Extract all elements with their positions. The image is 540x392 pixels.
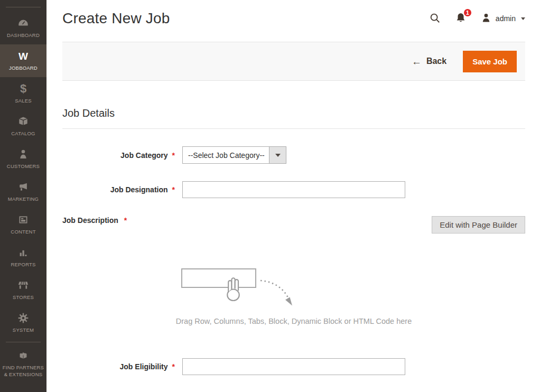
form-content: Job Details Job Category * --Select Job … bbox=[46, 81, 540, 375]
job-category-selected-value: --Select Job Category-- bbox=[183, 147, 269, 163]
sidebar-divider bbox=[6, 7, 41, 7]
back-arrow-icon: ← bbox=[412, 57, 422, 67]
back-button[interactable]: ← Back bbox=[412, 57, 446, 67]
job-designation-label: Job Designation bbox=[110, 185, 168, 194]
chevron-down-icon bbox=[521, 17, 525, 20]
save-job-button[interactable]: Save Job bbox=[463, 51, 517, 72]
section-divider bbox=[62, 128, 525, 129]
page-builder-hint: Drag Row, Columns, Tabs, Block, Dynamic … bbox=[62, 317, 525, 325]
admin-sidebar: DASHBOARD W JOBBOARD $ SALES CATALOG CUS… bbox=[0, 0, 46, 392]
page-title: Create New Job bbox=[62, 10, 170, 27]
drag-arrow-icon bbox=[259, 277, 297, 309]
jobboard-icon: W bbox=[18, 50, 28, 62]
section-title: Job Details bbox=[62, 107, 525, 119]
account-username: admin bbox=[496, 14, 516, 23]
job-description-label-cell: Job Description * bbox=[62, 216, 127, 225]
sidebar-item-dashboard[interactable]: DASHBOARD bbox=[0, 12, 46, 44]
customers-icon bbox=[17, 148, 29, 161]
back-label: Back bbox=[426, 57, 446, 66]
dashboard-icon bbox=[17, 17, 29, 30]
job-designation-label-cell: Job Designation * bbox=[62, 185, 182, 194]
required-asterisk: * bbox=[172, 151, 175, 160]
drag-hand-icon bbox=[221, 275, 246, 306]
page-header: Create New Job 1 admin bbox=[46, 0, 540, 37]
job-designation-input[interactable] bbox=[182, 181, 405, 198]
sidebar-item-system[interactable]: SYSTEM bbox=[0, 306, 46, 339]
job-category-select[interactable]: --Select Job Category-- bbox=[182, 146, 286, 164]
sales-icon: $ bbox=[20, 82, 26, 95]
sidebar-divider bbox=[6, 342, 41, 342]
job-eligibility-row: Job Eligibility * bbox=[62, 358, 525, 375]
sidebar-item-catalog[interactable]: CATALOG bbox=[0, 110, 46, 143]
job-eligibility-label: Job Eligibility bbox=[120, 362, 168, 371]
sidebar-item-label: REPORTS bbox=[11, 262, 35, 268]
sidebar-item-label: CONTENT bbox=[11, 229, 35, 236]
sidebar-item-marketing[interactable]: MARKETING bbox=[0, 175, 46, 208]
notification-badge: 1 bbox=[463, 8, 472, 17]
person-icon bbox=[481, 13, 491, 25]
action-toolbar: ← Back Save Job bbox=[62, 42, 525, 81]
sidebar-item-label: SYSTEM bbox=[13, 327, 34, 334]
job-description-row: Job Description * Edit with Page Builder bbox=[62, 216, 525, 234]
main-area: Create New Job 1 admin bbox=[46, 0, 540, 392]
sidebar-item-customers[interactable]: CUSTOMERS bbox=[0, 143, 46, 175]
header-actions: 1 admin bbox=[429, 12, 525, 25]
catalog-icon bbox=[17, 115, 29, 128]
edit-with-page-builder-button[interactable]: Edit with Page Builder bbox=[432, 216, 525, 234]
sidebar-item-sales[interactable]: $ SALES bbox=[0, 77, 46, 110]
job-category-label-cell: Job Category * bbox=[62, 151, 182, 160]
content-icon bbox=[17, 213, 29, 226]
sidebar-item-label: JOBBOARD bbox=[9, 65, 38, 72]
page-builder-dropzone[interactable] bbox=[62, 268, 525, 311]
sidebar-item-label: FIND PARTNERS & EXTENSIONS bbox=[2, 365, 45, 378]
required-asterisk: * bbox=[172, 362, 175, 371]
chevron-down-icon bbox=[275, 154, 281, 157]
sidebar-item-find-partners[interactable]: FIND PARTNERS & EXTENSIONS bbox=[0, 345, 46, 382]
system-icon bbox=[17, 312, 29, 324]
job-eligibility-label-cell: Job Eligibility * bbox=[62, 362, 182, 371]
job-description-label: Job Description bbox=[62, 216, 118, 225]
stores-icon bbox=[17, 279, 29, 292]
sidebar-item-label: CUSTOMERS bbox=[7, 163, 40, 170]
notifications-button[interactable]: 1 bbox=[455, 12, 467, 25]
job-designation-row: Job Designation * bbox=[62, 181, 525, 198]
required-asterisk: * bbox=[172, 185, 175, 194]
job-category-label: Job Category bbox=[120, 151, 167, 160]
sidebar-item-label: STORES bbox=[13, 294, 34, 301]
sidebar-item-label: CATALOG bbox=[11, 130, 35, 137]
sidebar-item-label: SALES bbox=[15, 98, 32, 105]
sidebar-item-label: DASHBOARD bbox=[7, 32, 40, 39]
search-icon bbox=[429, 12, 441, 25]
sidebar-item-label: MARKETING bbox=[8, 196, 39, 203]
job-category-row: Job Category * --Select Job Category-- bbox=[62, 146, 525, 164]
reports-icon bbox=[17, 246, 29, 259]
required-asterisk: * bbox=[124, 216, 127, 225]
partners-icon bbox=[17, 349, 29, 362]
sidebar-item-stores[interactable]: STORES bbox=[0, 274, 46, 306]
search-button[interactable] bbox=[429, 12, 441, 25]
account-menu-button[interactable]: admin bbox=[481, 13, 525, 25]
marketing-icon bbox=[17, 181, 29, 193]
sidebar-item-content[interactable]: CONTENT bbox=[0, 208, 46, 241]
job-eligibility-input[interactable] bbox=[182, 358, 405, 375]
select-arrow-button[interactable] bbox=[269, 147, 286, 163]
sidebar-item-reports[interactable]: REPORTS bbox=[0, 241, 46, 274]
sidebar-item-jobboard[interactable]: W JOBBOARD bbox=[0, 44, 46, 77]
